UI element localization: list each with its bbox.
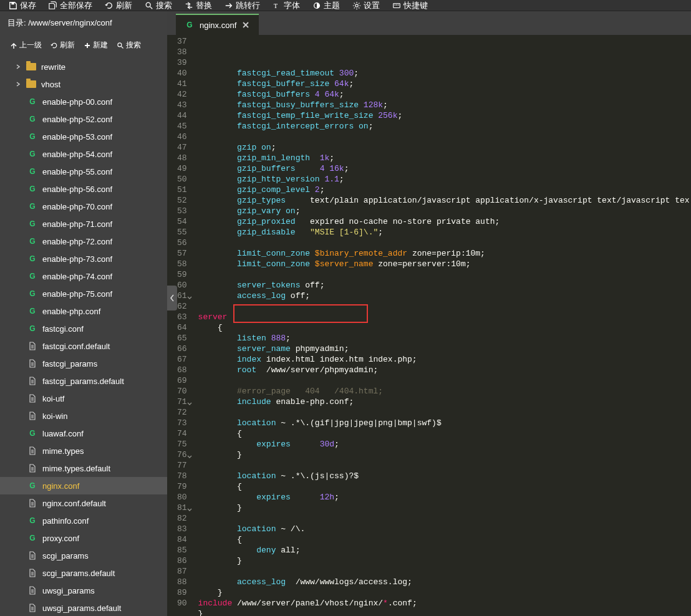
path-up-button[interactable]: 上一级 [6, 39, 46, 52]
tree-item-luawaf-conf[interactable]: luawaf.conf [0, 425, 167, 442]
path-bar: 目录: /www/server/nginx/conf [0, 11, 167, 35]
tree-item-fastcgi_params[interactable]: fastcgi_params [0, 355, 167, 372]
svg-rect-5 [394, 4, 400, 8]
tree-item-label: luawaf.conf [42, 429, 84, 438]
file-icon [27, 393, 37, 403]
tree-item-enable-php-70-conf[interactable]: enable-php-70.conf [0, 198, 167, 215]
tree-item-label: enable-php-52.conf [42, 115, 112, 124]
tree-item-label: enable-php-73.conf [42, 254, 112, 264]
goto-button[interactable]: 跳转行 [218, 0, 266, 11]
tree-item-enable-php-56-conf[interactable]: enable-php-56.conf [0, 180, 167, 198]
tree-item-enable-php-52-conf[interactable]: enable-php-52.conf [0, 110, 167, 128]
code-line: limit_conn_zone $binary_remote_addr zone… [198, 248, 691, 259]
tree-item-proxy-conf[interactable]: proxy.conf [0, 529, 167, 547]
folder-icon [26, 80, 36, 88]
tree-item-nginx-conf-default[interactable]: nginx.conf.default [0, 494, 167, 512]
tree-item-rewrite[interactable]: rewrite [0, 58, 167, 75]
code-line: gzip_http_version 1.1; [198, 174, 691, 185]
tree-item-label: nginx.conf [42, 481, 79, 491]
code-line: gzip on; [198, 142, 691, 153]
tree-item-label: koi-utf [42, 394, 64, 403]
tree-item-enable-php-54-conf[interactable]: enable-php-54.conf [0, 145, 167, 163]
tree-item-label: uwsgi_params.default [42, 604, 121, 613]
tree-item-label: enable-php-53.conf [42, 132, 112, 142]
tree-item-scgi_params[interactable]: scgi_params [0, 547, 167, 564]
tree-item-vhost[interactable]: vhost [0, 75, 167, 93]
tree-item-label: nginx.conf.default [42, 499, 106, 508]
tree-item-enable-php-00-conf[interactable]: enable-php-00.conf [0, 93, 167, 110]
tree-item-label: koi-win [42, 411, 67, 421]
tree-item-label: proxy.conf [42, 534, 79, 543]
path-new-button[interactable]: 新建 [80, 39, 112, 52]
settings-button[interactable]: 设置 [346, 0, 386, 11]
search-button[interactable]: 搜索 [138, 0, 178, 11]
tree-item-label: fastcgi_params.default [42, 377, 124, 386]
tree-item-label: enable-php-74.conf [42, 272, 112, 281]
tree-item-scgi_params-default[interactable]: scgi_params.default [0, 564, 167, 582]
tab-nginx-conf[interactable]: nginx.conf [176, 14, 259, 35]
code-line [198, 407, 691, 418]
code-area[interactable]: fastcgi_read_timeout 300; fastcgi_buffer… [193, 35, 691, 616]
file-icon [27, 498, 37, 508]
code-line: listen 888; [198, 333, 691, 344]
conf-icon [27, 271, 37, 281]
code-line: gzip_comp_level 2; [198, 185, 691, 195]
theme-button[interactable]: 主题 [306, 0, 346, 11]
tree-item-enable-php-74-conf[interactable]: enable-php-74.conf [0, 267, 167, 285]
tree-item-fastcgi-conf[interactable]: fastcgi.conf [0, 320, 167, 337]
code-line [198, 269, 691, 280]
code-line [198, 566, 691, 577]
tree-item-koi-utf[interactable]: koi-utf [0, 390, 167, 407]
tree-item-enable-php-72-conf[interactable]: enable-php-72.conf [0, 233, 167, 250]
tree-item-uwsgi_params[interactable]: uwsgi_params [0, 582, 167, 599]
code-line: gzip_vary on; [198, 206, 691, 216]
tree-item-nginx-conf[interactable]: nginx.conf [0, 477, 167, 494]
svg-rect-7 [396, 4, 397, 5]
file-icon [27, 446, 37, 456]
code-line: access_log /www/wwwlogs/access.log; [198, 577, 691, 587]
file-icon [27, 376, 37, 386]
code-line: { [198, 481, 691, 492]
code-line: gzip_disable "MSIE [1-6]\."; [198, 227, 691, 238]
tree-item-enable-php-71-conf[interactable]: enable-php-71.conf [0, 215, 167, 233]
tree-item-uwsgi_params-default[interactable]: uwsgi_params.default [0, 599, 167, 616]
replace-button[interactable]: 替换 [178, 0, 218, 11]
save-button[interactable]: 保存 [2, 0, 42, 11]
conf-icon [27, 428, 37, 438]
folder-icon [26, 63, 36, 70]
path-search-button[interactable]: 搜索 [113, 39, 145, 52]
tree-item-label: enable-php-72.conf [42, 237, 112, 246]
file-icon [27, 341, 37, 351]
tree-item-fastcgi_params-default[interactable]: fastcgi_params.default [0, 372, 167, 390]
conf-icon [27, 132, 37, 142]
refresh-button[interactable]: 刷新 [99, 0, 138, 11]
tree-item-mime-types-default[interactable]: mime.types.default [0, 460, 167, 477]
code-line: fastcgi_buffers 4 64k; [198, 89, 691, 100]
tree-item-fastcgi-conf-default[interactable]: fastcgi.conf.default [0, 337, 167, 355]
svg-point-4 [355, 4, 358, 7]
svg-rect-8 [398, 4, 399, 5]
tree-item-pathinfo-conf[interactable]: pathinfo.conf [0, 512, 167, 529]
tree-item-enable-php-73-conf[interactable]: enable-php-73.conf [0, 250, 167, 267]
tree-item-enable-php-conf[interactable]: enable-php.conf [0, 302, 167, 320]
editor-body[interactable]: 3738394041424344454647484950515253545556… [167, 35, 691, 616]
tree-item-label: scgi_params.default [42, 569, 115, 578]
close-icon[interactable] [241, 21, 250, 29]
shortcut-button[interactable]: 快捷键 [386, 0, 434, 11]
font-button[interactable]: T字体 [266, 0, 306, 11]
code-line: include enable-php.conf; [198, 397, 691, 407]
tree-item-koi-win[interactable]: koi-win [0, 407, 167, 425]
tree-item-enable-php-55-conf[interactable]: enable-php-55.conf [0, 163, 167, 180]
code-line [198, 513, 691, 524]
tree-item-mime-types[interactable]: mime.types [0, 442, 167, 460]
code-line: { [198, 428, 691, 439]
tree-item-enable-php-75-conf[interactable]: enable-php-75.conf [0, 285, 167, 302]
collapse-sidebar-handle[interactable] [167, 286, 177, 310]
tree-item-enable-php-53-conf[interactable]: enable-php-53.conf [0, 128, 167, 145]
conf-icon [27, 289, 37, 299]
code-line [198, 132, 691, 142]
code-line: expires 30d; [198, 439, 691, 450]
tree-item-label: fastcgi.conf.default [42, 342, 110, 351]
saveall-button[interactable]: 全部保存 [42, 0, 99, 11]
path-refresh-button[interactable]: 刷新 [47, 39, 79, 52]
